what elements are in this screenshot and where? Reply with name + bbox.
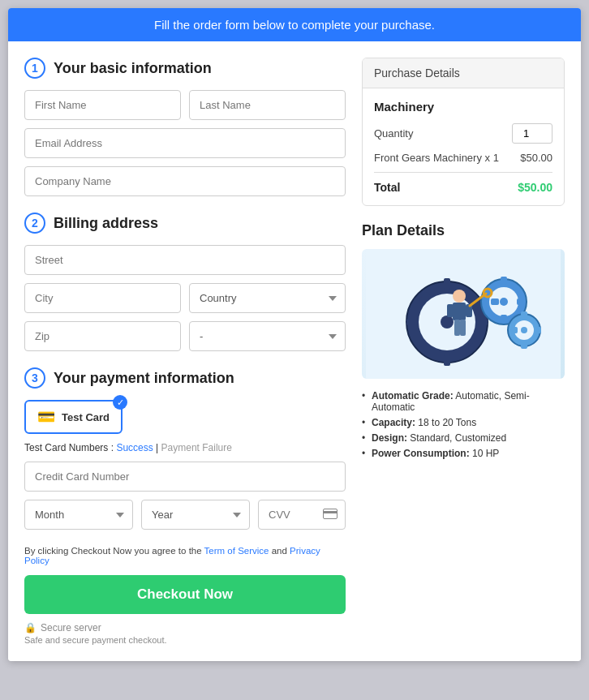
svg-point-16 [500, 298, 508, 306]
section3-header: 3 Your payment information [24, 367, 346, 389]
credit-card-row [24, 462, 346, 492]
product-title: Machinery [374, 100, 552, 114]
feature-3: Design: Standard, Customized [362, 432, 565, 444]
svg-rect-7 [444, 354, 450, 366]
quantity-label: Quantity [374, 127, 413, 140]
svg-point-23 [521, 327, 527, 333]
purchase-divider [374, 172, 552, 173]
svg-point-5 [441, 316, 454, 329]
svg-rect-25 [521, 342, 527, 349]
section-basic-info: 1 Your basic information [24, 58, 346, 196]
name-row [24, 90, 346, 120]
section3-number: 3 [24, 367, 45, 389]
purchase-details-box: Purchase Details Machinery Quantity Fron… [362, 58, 565, 206]
page-wrapper: Fill the order form below to complete yo… [8, 8, 581, 661]
terms-of-service-link[interactable]: Term of Service [204, 546, 269, 556]
zip-input[interactable] [24, 321, 181, 351]
svg-rect-20 [491, 298, 499, 305]
total-amount: $50.00 [518, 181, 552, 194]
secure-line: 🔒 Secure server [24, 622, 346, 633]
svg-rect-19 [517, 298, 525, 305]
plan-features-list: Automatic Grade: Automatic, Semi-Automat… [362, 390, 565, 459]
svg-rect-0 [324, 509, 337, 518]
checkout-button-label: Checkout Now [137, 586, 233, 602]
first-name-input[interactable] [24, 90, 181, 120]
cvv-wrap [258, 500, 346, 530]
company-row [24, 166, 346, 196]
terms-prefix: By clicking Checkout Now you agree to th… [24, 546, 204, 556]
company-name-input[interactable] [24, 166, 346, 196]
quantity-input[interactable] [512, 123, 552, 144]
section2-number: 2 [24, 213, 45, 234]
svg-rect-27 [511, 327, 518, 333]
total-label: Total [374, 181, 400, 194]
section1-number: 1 [24, 58, 45, 79]
credit-card-icon: 💳 [37, 408, 55, 426]
svg-rect-24 [521, 311, 527, 318]
item-price: $50.00 [520, 152, 552, 164]
section2-header: 2 Billing address [24, 213, 346, 234]
state-select[interactable]: - California New York [189, 321, 346, 351]
banner-text: Fill the order form below to complete yo… [154, 18, 435, 32]
svg-rect-6 [444, 278, 450, 290]
last-name-input[interactable] [189, 90, 346, 120]
month-select[interactable]: Month 01 - January 02 - February 03 - Ma… [24, 500, 133, 530]
main-content: 1 Your basic information 2 Billi [8, 41, 581, 661]
test-card-option[interactable]: 💳 Test Card ✓ [24, 400, 123, 434]
section-payment: 3 Your payment information 💳 Test Card ✓… [24, 367, 346, 530]
item-price-row: Front Gears Machinery x 1 $50.00 [374, 152, 552, 164]
right-panel: Purchase Details Machinery Quantity Fron… [362, 58, 565, 645]
svg-rect-29 [453, 303, 466, 320]
city-country-row: Country United States United Kingdom Can… [24, 283, 346, 313]
credit-card-input[interactable] [24, 462, 346, 492]
failure-link[interactable]: Payment Failure [161, 442, 232, 453]
email-input[interactable] [24, 128, 346, 158]
svg-rect-32 [454, 320, 460, 336]
svg-rect-1 [323, 511, 337, 513]
card-option-label: Test Card [62, 411, 110, 423]
test-card-prefix: Test Card Numbers : [24, 442, 116, 453]
svg-point-28 [453, 290, 466, 303]
svg-rect-33 [460, 320, 466, 336]
terms-line: By clicking Checkout Now you agree to th… [24, 546, 346, 565]
svg-rect-9 [406, 319, 418, 325]
quantity-row: Quantity [374, 123, 552, 144]
success-link[interactable]: Success [116, 442, 153, 453]
svg-rect-8 [476, 319, 488, 325]
section1-title: Your basic information [54, 60, 212, 77]
svg-rect-26 [535, 327, 541, 333]
feature-4: Power Consumption: 10 HP [362, 448, 565, 459]
secure-label: Secure server [41, 622, 101, 633]
street-input[interactable] [24, 245, 346, 275]
feature-1: Automatic Grade: Automatic, Semi-Automat… [362, 390, 565, 413]
section-billing: 2 Billing address Country United States … [24, 213, 346, 351]
plan-details-title: Plan Details [362, 222, 565, 239]
card-check-icon: ✓ [113, 395, 127, 410]
section2-title: Billing address [54, 215, 158, 232]
top-banner: Fill the order form below to complete yo… [8, 8, 581, 41]
svg-rect-18 [501, 315, 507, 323]
checkout-button[interactable]: Checkout Now [24, 575, 346, 614]
secure-sub: Safe and secure payment checkout. [24, 635, 346, 645]
cvv-card-icon [323, 509, 337, 522]
city-input[interactable] [24, 283, 181, 313]
street-row [24, 245, 346, 275]
lock-icon: 🔒 [24, 622, 37, 633]
feature-2: Capacity: 18 to 20 Tons [362, 417, 565, 428]
country-select[interactable]: Country United States United Kingdom Can… [189, 283, 346, 313]
svg-rect-30 [447, 304, 454, 317]
section1-header: 1 Your basic information [24, 58, 346, 79]
purchase-details-header: Purchase Details [363, 58, 564, 88]
terms-conjunction: and [272, 546, 290, 556]
test-card-line: Test Card Numbers : Success | Payment Fa… [24, 442, 346, 453]
svg-rect-17 [501, 277, 507, 285]
cvv-row: Month 01 - January 02 - February 03 - Ma… [24, 500, 346, 530]
total-row: Total $50.00 [374, 181, 552, 194]
section3-title: Your payment information [54, 370, 234, 387]
email-row [24, 128, 346, 158]
purchase-details-body: Machinery Quantity Front Gears Machinery… [363, 88, 564, 205]
item-label: Front Gears Machinery x 1 [374, 152, 499, 164]
year-select[interactable]: Year 2024 2025 2026 2027 2028 [141, 500, 250, 530]
plan-image [362, 249, 565, 379]
left-panel: 1 Your basic information 2 Billi [24, 58, 346, 645]
